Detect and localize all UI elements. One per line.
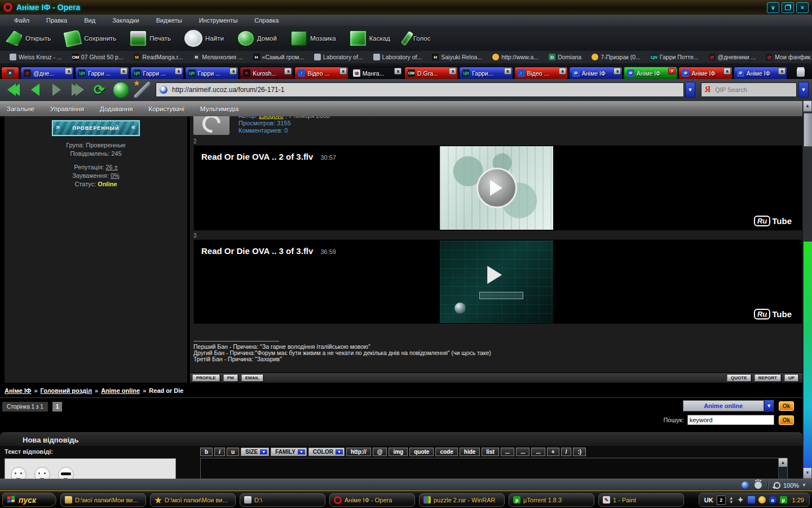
tray-icon-star[interactable]: ✦ bbox=[737, 496, 744, 503]
tab-9[interactable]: ЦNГарри...x bbox=[459, 67, 513, 79]
close-button[interactable]: × bbox=[796, 2, 809, 13]
site-menu-item-2[interactable]: Додавання bbox=[100, 106, 133, 112]
play-button[interactable] bbox=[476, 168, 517, 208]
minimize-button[interactable]: ∨ bbox=[767, 2, 779, 13]
bbcode-SIZE-button[interactable]: SIZE▼ bbox=[241, 448, 269, 456]
forum-search-input[interactable] bbox=[687, 415, 774, 425]
bbcode-btn-button[interactable]: @ bbox=[373, 448, 387, 456]
up-button[interactable]: UP bbox=[784, 374, 798, 382]
bbcode-btn-button[interactable]: + bbox=[547, 448, 559, 456]
page-number-button[interactable]: 1 bbox=[52, 402, 63, 411]
tab-close-icon[interactable]: x bbox=[504, 68, 511, 75]
taskbar-task-0[interactable]: D:\мої папки\Мои ви... bbox=[60, 493, 146, 507]
bbcode-btn-button[interactable]: ... bbox=[531, 448, 545, 456]
bbcode-img-button[interactable]: img bbox=[389, 448, 408, 456]
tab-4[interactable]: ЦNГарри ...x bbox=[185, 67, 239, 79]
site-menu-item-0[interactable]: Загальне bbox=[7, 106, 34, 112]
emoticon[interactable] bbox=[11, 467, 27, 479]
language-indicator[interactable]: UK bbox=[704, 497, 713, 503]
tab-10[interactable]: iВідео ...x bbox=[514, 67, 568, 79]
tab-6[interactable]: iВідео ...x bbox=[294, 67, 348, 79]
site-menu-item-4[interactable]: Мультимедіа bbox=[200, 106, 239, 112]
closed-tabs-trash-button[interactable] bbox=[791, 65, 811, 79]
bookmark-item-2[interactable]: MReadManga.r... bbox=[129, 54, 188, 60]
web-search-input[interactable] bbox=[714, 86, 796, 94]
tab-close-icon[interactable]: x bbox=[120, 68, 127, 75]
tab-1[interactable]: @@дне...x bbox=[20, 67, 74, 79]
forum-select[interactable]: Anime online bbox=[683, 400, 764, 411]
bbcode-quote-button[interactable]: quote bbox=[409, 448, 434, 456]
search-dropdown-button[interactable]: ▼ bbox=[798, 82, 809, 98]
tab-close-icon[interactable]: x bbox=[65, 68, 72, 75]
menu-item-1[interactable]: Правка bbox=[38, 17, 76, 24]
bbcode-btn-button[interactable]: ... bbox=[516, 448, 529, 456]
bbcode-btn-button[interactable]: ... bbox=[501, 448, 514, 456]
tab-7[interactable]: ММанга...x bbox=[350, 67, 403, 79]
url-field[interactable] bbox=[156, 82, 684, 97]
tray-icon-blue-app[interactable] bbox=[748, 496, 755, 503]
bookmark-item-5[interactable]: Laboratory of... bbox=[309, 54, 368, 60]
bookmark-item-10[interactable]: 7-Призрак (0... bbox=[586, 54, 646, 60]
tab-close-icon[interactable]: x bbox=[175, 68, 182, 75]
bookmark-item-3[interactable]: RМеланхолия ... bbox=[188, 54, 248, 60]
bbcode-btn-button[interactable]: :) bbox=[573, 448, 586, 456]
bbcode-b-button[interactable]: b bbox=[200, 448, 213, 456]
forum-search-ok-button[interactable]: Ok bbox=[779, 415, 794, 425]
rewind-button[interactable] bbox=[25, 81, 45, 98]
menu-item-4[interactable]: Виджеты bbox=[148, 17, 191, 24]
tab-close-icon[interactable]: x bbox=[284, 68, 292, 75]
bbcode-list-button[interactable]: list bbox=[482, 448, 498, 456]
bbcode-http-button[interactable]: http:// bbox=[346, 448, 371, 456]
bookmark-item-9[interactable]: DDomiana bbox=[544, 54, 586, 60]
status-orb-icon[interactable] bbox=[742, 481, 749, 489]
report-button[interactable]: REPORT bbox=[754, 374, 781, 382]
play-button[interactable] bbox=[487, 266, 511, 284]
scrollbar-thumb[interactable] bbox=[804, 113, 812, 147]
menu-item-3[interactable]: Закладки bbox=[104, 17, 148, 24]
textarea-scrollbar[interactable]: ▲ bbox=[778, 458, 787, 479]
tab-5[interactable]: KKurosh...x bbox=[240, 67, 293, 79]
reply-textarea[interactable]: ▲ bbox=[200, 458, 788, 479]
menu-item-0[interactable]: Файл bbox=[6, 17, 38, 24]
reload-button[interactable]: ⟳ bbox=[89, 81, 109, 98]
bbcode-btn-button[interactable]: / bbox=[561, 448, 572, 456]
print-button[interactable]: Печать bbox=[130, 30, 171, 46]
bbcode-i-button[interactable]: i bbox=[214, 448, 225, 456]
emoticon[interactable] bbox=[34, 467, 50, 479]
tab-11[interactable]: ФАніме ІФx bbox=[569, 67, 623, 79]
stat-value[interactable]: 26 ± bbox=[105, 164, 117, 170]
tab-close-icon[interactable]: x bbox=[614, 68, 621, 75]
tab-14[interactable]: ФАніме ІФx bbox=[734, 67, 787, 79]
web-search-field[interactable]: Я bbox=[701, 82, 797, 97]
stat-value[interactable]: 0% bbox=[111, 172, 120, 179]
bbcode-code-button[interactable]: code bbox=[435, 448, 457, 456]
breadcrumb-link-1[interactable]: Головний розділ bbox=[41, 387, 92, 394]
bookmark-item-1[interactable]: OM07 Ghost 50 p... bbox=[67, 54, 129, 60]
forum-jump-ok-button[interactable]: Ok bbox=[779, 401, 794, 411]
tray-icon-utorrent[interactable]: µ bbox=[780, 496, 787, 503]
restore-button[interactable] bbox=[782, 2, 794, 13]
site-menu-item-3[interactable]: Користувачі bbox=[148, 106, 184, 112]
menu-item-6[interactable]: Справка bbox=[246, 17, 287, 24]
tab-close-icon[interactable]: x bbox=[230, 68, 237, 75]
back-button[interactable] bbox=[3, 81, 24, 98]
taskbar-task-6[interactable]: ✎1 - Paint bbox=[598, 493, 684, 507]
keyboard-layout-icon[interactable]: 2 bbox=[717, 496, 726, 505]
emoticon[interactable] bbox=[58, 467, 74, 479]
zoom-control[interactable]: 100% ▼ bbox=[774, 482, 806, 489]
scrollbar-up-button[interactable]: ▲ bbox=[803, 100, 812, 112]
page-scrollbar[interactable]: ▲ ▼ bbox=[802, 100, 812, 479]
find-button[interactable]: Найти bbox=[184, 30, 224, 47]
author-link[interactable]: zslogovo bbox=[259, 116, 283, 119]
home-button[interactable]: Домой bbox=[237, 30, 277, 46]
paw-icon[interactable] bbox=[754, 481, 762, 489]
bbcode-FAMILY-button[interactable]: FAMILY▼ bbox=[271, 448, 307, 456]
url-input[interactable] bbox=[171, 85, 683, 94]
site-menu-item-1[interactable]: Управління bbox=[50, 106, 84, 112]
tab-2[interactable]: ЦNГарри ...x bbox=[75, 67, 129, 79]
bbcode-u-button[interactable]: u bbox=[227, 448, 239, 456]
breadcrumb-link-0[interactable]: Аніме ІФ bbox=[5, 387, 31, 394]
tab-close-icon[interactable]: x bbox=[668, 68, 676, 75]
tab-close-icon[interactable]: x bbox=[339, 68, 347, 75]
voice-button[interactable]: Голос bbox=[404, 30, 431, 46]
